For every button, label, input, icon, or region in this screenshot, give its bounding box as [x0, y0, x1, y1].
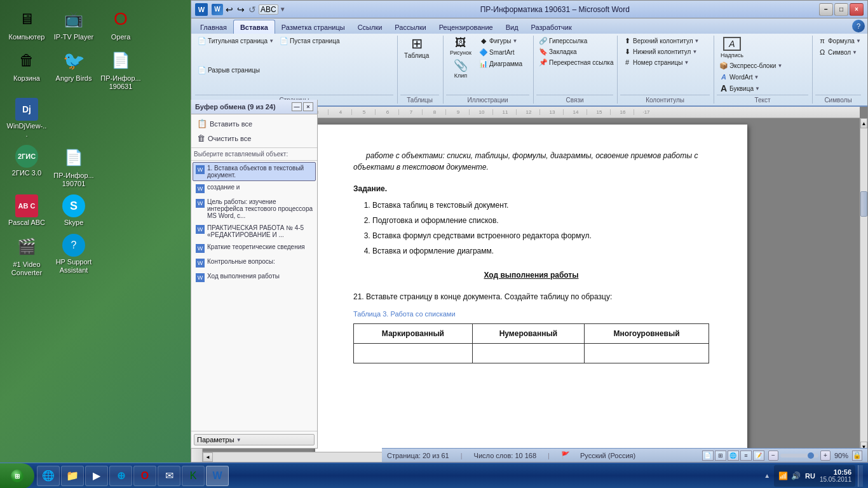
desktop-icon-pascalabc[interactable]: AB C Pascal ABC — [6, 194, 47, 227]
btn-clip[interactable]: 📎 Клип — [446, 58, 475, 80]
zoom-minus-btn[interactable]: − — [768, 451, 778, 461]
desktop-icon-computer[interactable]: 🖥 Компьютер — [6, 6, 47, 41]
help-btn[interactable]: ? — [852, 20, 865, 32]
taskbar-explorer-btn[interactable]: 📁 — [61, 466, 84, 486]
btn-hyperlink[interactable]: 🔗 Гиперссылка — [536, 36, 590, 46]
taskbar-ie-btn[interactable]: 🌐 — [37, 466, 60, 486]
table-cell — [584, 343, 709, 363]
taskbar-media-btn[interactable]: ▶ — [85, 466, 108, 486]
desktop-icon-opera[interactable]: O Opera — [100, 6, 141, 41]
security-icon[interactable]: 🔒 — [852, 451, 862, 461]
videoconv-icon: 🎬 — [14, 234, 39, 259]
clipboard-item-2[interactable]: W Цель работы: изучение интерфейса текст… — [193, 196, 316, 222]
iptv-icon: 📺 — [61, 6, 86, 32]
desktop-icon-pr190701[interactable]: 📄 ПР-Инфор... 190701 — [53, 145, 94, 188]
taskbar-opera-btn[interactable]: O — [133, 466, 156, 486]
btn-bookmark[interactable]: 🔖 Закладка — [536, 46, 579, 57]
ribbon-group-links: 🔗 Гиперссылка 🔖 Закладка 📌 Перекрестная … — [535, 36, 618, 104]
paste-all-btn[interactable]: 📋 Вставить все — [194, 117, 315, 130]
show-desktop-btn[interactable] — [858, 465, 863, 487]
btn-header[interactable]: ⬆ Верхний колонтитул ▼ — [620, 36, 702, 46]
tab-home[interactable]: Главная — [194, 21, 233, 34]
btn-wordart[interactable]: A WordArt ▼ — [717, 72, 785, 82]
clipboard-item-1[interactable]: W создание и — [193, 181, 316, 196]
btn-table[interactable]: ⊞ Таблица — [400, 36, 433, 60]
btn-footer[interactable]: ⬇ Нижний колонтитул ▼ — [620, 46, 700, 57]
clipboard-item-6[interactable]: W Ход выполнения работы — [193, 270, 316, 285]
scroll-thumb[interactable] — [860, 191, 867, 217]
desktop-icon-recycle[interactable]: 🗑 Корзина — [6, 48, 47, 83]
btn-dropcap[interactable]: A Буквица ▼ — [717, 83, 785, 93]
btn-page-break[interactable]: 📄 Разрыв страницы — [195, 65, 262, 75]
maximize-button[interactable]: □ — [834, 3, 848, 16]
table-icon: ⊞ — [411, 37, 423, 51]
desktop-icon-iptv[interactable]: 📺 IP-TV Player — [53, 6, 94, 41]
view-web-btn[interactable]: 🌐 — [728, 451, 739, 461]
tab-insert[interactable]: Вставка — [233, 20, 275, 34]
scroll-right[interactable]: ▲ ▼ — [860, 118, 867, 452]
btn-blank-page[interactable]: 📄 Пустая страница — [277, 36, 342, 46]
btn-chart[interactable]: 📊 Диаграмма — [477, 58, 525, 69]
scroll-up-btn[interactable]: ▲ — [860, 118, 867, 128]
tray-network-icon[interactable]: 📶 — [778, 471, 788, 481]
spellcheck-btn[interactable]: ABC — [259, 4, 278, 15]
zoom-plus-btn[interactable]: + — [820, 451, 831, 461]
taskbar-kaspersky-btn[interactable]: K — [182, 466, 205, 486]
word-logo-btn[interactable]: W — [212, 4, 223, 15]
tray-overflow-btn[interactable]: ▲ — [763, 472, 771, 479]
btn-shapes[interactable]: ◆ Фигуры ▼ — [477, 36, 525, 46]
desktop-icon-windjview[interactable]: Dj WinDjView-... — [6, 98, 47, 139]
word-count: Число слов: 10 168 — [474, 452, 536, 459]
tab-view[interactable]: Вид — [499, 21, 525, 34]
btn-page-number[interactable]: # Номер страницы ▼ — [620, 57, 691, 67]
refresh-btn[interactable]: ↺ — [247, 4, 257, 15]
clear-all-btn[interactable]: 🗑 Очистить все — [194, 132, 315, 145]
clipboard-item-4[interactable]: W Краткие теоретические сведения — [193, 241, 316, 255]
tab-review[interactable]: Рецензирование — [433, 21, 499, 34]
tab-mailings[interactable]: Рассылки — [388, 21, 432, 34]
desktop-icon-angrybirds[interactable]: 🐦 Angry Birds — [53, 48, 94, 83]
scroll-left-btn[interactable]: ◄ — [203, 452, 213, 462]
clipboard-item-3[interactable]: W ПРАКТИЧЕСКАЯ РАБОТА № 4-5 «РЕДАКТИРОВА… — [193, 222, 316, 241]
tray-volume-icon[interactable]: 🔊 — [790, 471, 801, 481]
desktop-icon-hpsupport[interactable]: ? HP Support Assistant — [53, 234, 94, 274]
tab-layout[interactable]: Разметка страницы — [275, 21, 351, 34]
btn-symbol[interactable]: Ω Символ ▼ — [815, 47, 860, 57]
params-btn[interactable]: Параметры ▼ — [194, 434, 315, 445]
taskbar-mail-btn[interactable]: ✉ — [158, 466, 180, 486]
view-fullscreen-btn[interactable]: ⊞ — [715, 451, 726, 461]
clipboard-item-5[interactable]: W Контрольные вопросы: — [193, 255, 316, 270]
btn-formula[interactable]: π Формула ▼ — [815, 36, 864, 46]
minimize-button[interactable]: − — [819, 3, 833, 16]
taskbar-hp-btn[interactable]: ⊕ — [109, 466, 132, 486]
desktop-icon-skype[interactable]: S Skype — [53, 194, 94, 227]
clipboard-item-0[interactable]: W 1. Вставка объектов в текстовый докуме… — [193, 162, 316, 181]
btn-title-page[interactable]: 📄 Титульная страница ▼ — [195, 36, 276, 46]
desktop-icon-2gis[interactable]: 2ГИС 2ГИС 3.0 — [6, 145, 47, 177]
undo-btn[interactable]: ↩ — [224, 4, 234, 15]
clock[interactable]: 10:56 15.05.2011 — [820, 468, 851, 483]
close-button[interactable]: × — [850, 3, 864, 16]
view-outline-btn[interactable]: ≡ — [740, 451, 752, 461]
start-button[interactable]: ⊞ — [0, 463, 34, 489]
btn-smartart[interactable]: 🔷 SmartArt — [477, 47, 525, 57]
clipboard-close-btn[interactable]: × — [303, 102, 313, 111]
desktop-icon-videoconv[interactable]: 🎬 #1 Video Converter — [6, 234, 47, 277]
btn-picture[interactable]: 🖼 Рисунок — [446, 36, 475, 57]
taskbar-word-btn[interactable]: W — [206, 466, 229, 486]
redo-btn[interactable]: ↪ — [236, 4, 246, 15]
zoom-slider[interactable] — [780, 454, 818, 458]
clipboard-pin-btn[interactable]: — — [292, 102, 302, 111]
tab-references[interactable]: Ссылки — [351, 21, 389, 34]
clipboard-header-btns: — × — [292, 102, 313, 111]
desktop-icon-pr190631[interactable]: 📄 ПР-Инфор... 190631 — [100, 48, 141, 91]
tab-developer[interactable]: Разработчик — [525, 21, 578, 34]
view-draft-btn[interactable]: 📝 — [753, 451, 764, 461]
tray-lang[interactable]: RU — [803, 472, 817, 480]
btn-cross-ref[interactable]: 📌 Перекрестная ссылка — [536, 57, 616, 67]
btn-textbox[interactable]: A Надпись — [717, 36, 747, 60]
btn-quickparts[interactable]: 📦 Экспресс-блоки ▼ — [717, 60, 785, 71]
zoom-slider-thumb[interactable] — [808, 452, 814, 459]
view-print-btn[interactable]: 📄 — [702, 451, 714, 461]
quick-access-dropdown[interactable]: ▼ — [280, 6, 286, 13]
